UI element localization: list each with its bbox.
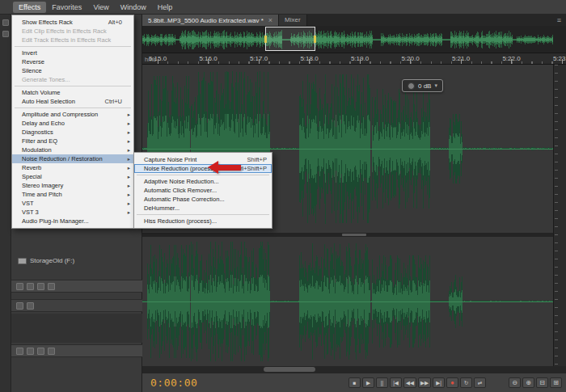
pause-button[interactable]: ||: [376, 377, 388, 388]
tab-editor-file[interactable]: 5.8bit..MP3_5500 Audio Extracted.wav *×: [142, 15, 279, 26]
horizontal-scrollbar-thumb[interactable]: [264, 367, 315, 372]
move-previous-button[interactable]: |◀: [390, 377, 402, 388]
horizontal-scrollbar[interactable]: [142, 366, 566, 373]
menu-item-delay-and-echo[interactable]: Delay and Echo▸: [12, 119, 133, 128]
menu-item-edit-clip-effects-in-effects-rack[interactable]: Edit Clip Effects in Effects Rack: [12, 27, 133, 36]
transport-bar: 0:00:00 ■▶|||◀◀◀▶▶▶|●↻⇄ ⊖⊕⊟⊞: [142, 373, 566, 392]
editor-tabstrip: 5.8bit..MP3_5500 Audio Extracted.wav *× …: [142, 15, 566, 26]
dock-panel-icon[interactable]: [2, 19, 9, 26]
menu-item-amplitude-and-compression[interactable]: Amplitude and Compression▸: [12, 110, 133, 119]
zoom-in-vertical-button[interactable]: ⊞: [550, 377, 562, 388]
menu-item-filter-and-eq[interactable]: Filter and EQ▸: [12, 137, 133, 145]
menu-item-vst[interactable]: VST▸: [12, 199, 133, 208]
view-mode-icon[interactable]: [37, 283, 44, 290]
tab-close-icon[interactable]: ×: [268, 16, 272, 24]
dock-panel-icon[interactable]: [2, 31, 9, 37]
menubar-item-help[interactable]: Help: [152, 2, 179, 13]
menu-item-silence[interactable]: Silence: [12, 66, 133, 75]
files-panel-drive-item[interactable]: StorageOld (F:): [18, 257, 74, 264]
menubar-item-view[interactable]: View: [87, 2, 114, 13]
volume-hud[interactable]: 0 dB ▾: [402, 79, 443, 92]
panel-options-icon[interactable]: [48, 348, 55, 355]
menu-item-reverse[interactable]: Reverse: [12, 57, 133, 66]
submenu-arrow-icon: ▸: [128, 172, 130, 181]
arrow-tail: [218, 165, 241, 171]
menu-item-vst-3[interactable]: VST 3▸: [12, 208, 133, 217]
fast-forward-button[interactable]: ▶▶: [418, 377, 431, 388]
submenu-arrow-icon: ▸: [128, 199, 130, 208]
menu-item-show-effects-rack[interactable]: Show Effects RackAlt+0: [12, 18, 133, 27]
panel-menu-icon[interactable]: ≡: [557, 15, 566, 26]
menu-item-adaptive-noise-reduction[interactable]: Adaptive Noise Reduction...: [134, 177, 272, 186]
menu-item-edit-track-effects-in-effects-rack[interactable]: Edit Track Effects in Effects Rack: [12, 36, 133, 44]
menu-item-label: Noise Reduction / Restoration: [22, 155, 103, 162]
menu-item-hiss-reduction-process[interactable]: Hiss Reduction (process)...: [134, 217, 272, 226]
menubar-item-favorites[interactable]: Favorites: [46, 2, 87, 13]
play-button[interactable]: ▶: [362, 377, 374, 388]
menu-item-shortcut: Alt+0: [108, 18, 122, 27]
filter-icon[interactable]: [27, 302, 34, 310]
menu-item-noise-reduction-restoration[interactable]: Noise Reduction / Restoration▸: [12, 154, 133, 163]
menu-item-noise-reduction-process[interactable]: Noise Reduction (process)...Ctrl+Shift+P: [134, 164, 272, 173]
transport-buttons: ■▶|||◀◀◀▶▶▶|●↻⇄: [348, 377, 486, 388]
add-icon[interactable]: [27, 348, 34, 355]
hud-dropdown-icon[interactable]: ▾: [434, 82, 437, 89]
menu-item-match-volume[interactable]: Match Volume: [12, 88, 133, 97]
menu-item-automatic-phase-correction[interactable]: Automatic Phase Correction...: [134, 195, 272, 204]
menu-item-special[interactable]: Special▸: [12, 172, 133, 181]
menu-item-auto-heal-selection[interactable]: Auto Heal SelectionCtrl+U: [12, 97, 133, 106]
stop-button[interactable]: ■: [348, 377, 361, 388]
adobe-audition-window: EffectsFavoritesViewWindowHelp StorageOl…: [0, 0, 566, 392]
waveform-right-channel[interactable]: [142, 237, 553, 366]
menu-item-automatic-click-remover[interactable]: Automatic Click Remover...: [134, 186, 272, 195]
menu-item-capture-noise-print[interactable]: Capture Noise PrintShift+P: [134, 155, 272, 164]
menu-item-generate-tones[interactable]: Generate Tones...: [12, 75, 133, 84]
tab-label: Mixer: [285, 16, 301, 23]
timeline-ruler[interactable]: hms 5:15.05:16.05:17.05:18.05:19.05:20.0…: [142, 53, 566, 65]
left-dock-strip: [0, 15, 11, 392]
menu-item-modulation[interactable]: Modulation▸: [12, 145, 133, 154]
menu-item-label: Automatic Click Remover...: [144, 187, 217, 194]
timeline-major-ticks: [158, 59, 566, 64]
menu-item-label: Filter and EQ: [22, 137, 57, 145]
loop-playback-button[interactable]: ↻: [460, 377, 472, 388]
menu-item-reverb[interactable]: Reverb▸: [12, 163, 133, 172]
tab-mixer[interactable]: Mixer: [279, 15, 307, 26]
panel-list-area: [11, 314, 142, 343]
menu-item-label: Edit Clip Effects in Effects Rack: [22, 27, 107, 35]
volume-knob-icon[interactable]: [408, 82, 415, 90]
record-button[interactable]: ●: [446, 377, 458, 388]
menu-item-time-and-pitch[interactable]: Time and Pitch▸: [12, 190, 133, 199]
menu-item-dehummer[interactable]: DeHummer...: [134, 204, 272, 213]
menubar-item-window[interactable]: Window: [115, 2, 152, 13]
effects-rack-icon[interactable]: [16, 348, 23, 355]
menu-item-invert[interactable]: Invert: [12, 48, 133, 57]
menu-item-label: Diagnostics: [22, 129, 53, 136]
move-next-button[interactable]: ▶|: [433, 377, 445, 388]
menu-item-label: Automatic Phase Correction...: [144, 196, 225, 203]
menubar-item-effects[interactable]: Effects: [13, 2, 46, 13]
menu-item-stereo-imagery[interactable]: Stereo Imagery▸: [12, 181, 133, 190]
folder-icon[interactable]: [16, 283, 23, 290]
overview-viewport[interactable]: [265, 27, 315, 51]
zoom-out-vertical-button[interactable]: ⊟: [536, 377, 548, 388]
settings-icon[interactable]: [48, 283, 55, 290]
menu-item-label: Auto Heal Selection: [22, 98, 75, 105]
menu-item-label: Audio Plug-In Manager...: [22, 217, 89, 225]
submenu-arrow-icon: ▸: [128, 190, 130, 199]
menu-item-diagnostics[interactable]: Diagnostics▸: [12, 128, 133, 137]
delete-icon[interactable]: [37, 348, 44, 355]
submenu-arrow-icon: ▸: [128, 154, 130, 163]
menu-item-audio-plug-in-manager[interactable]: Audio Plug-In Manager...: [12, 217, 133, 226]
channel-divider-handle[interactable]: [342, 234, 366, 236]
tab-label: 5.8bit..MP3_5500 Audio Extracted.wav *: [148, 17, 264, 24]
skip-selection-button[interactable]: ⇄: [474, 377, 486, 388]
menu-separator: [137, 175, 269, 175]
arrow-head: [208, 161, 218, 174]
overview-strip[interactable]: [142, 26, 566, 53]
list-icon[interactable]: [16, 302, 23, 310]
rewind-button[interactable]: ◀◀: [403, 377, 416, 388]
refresh-icon[interactable]: [27, 283, 34, 290]
zoom-in-horizontal-button[interactable]: ⊕: [522, 377, 534, 388]
zoom-out-horizontal-button[interactable]: ⊖: [509, 377, 521, 388]
